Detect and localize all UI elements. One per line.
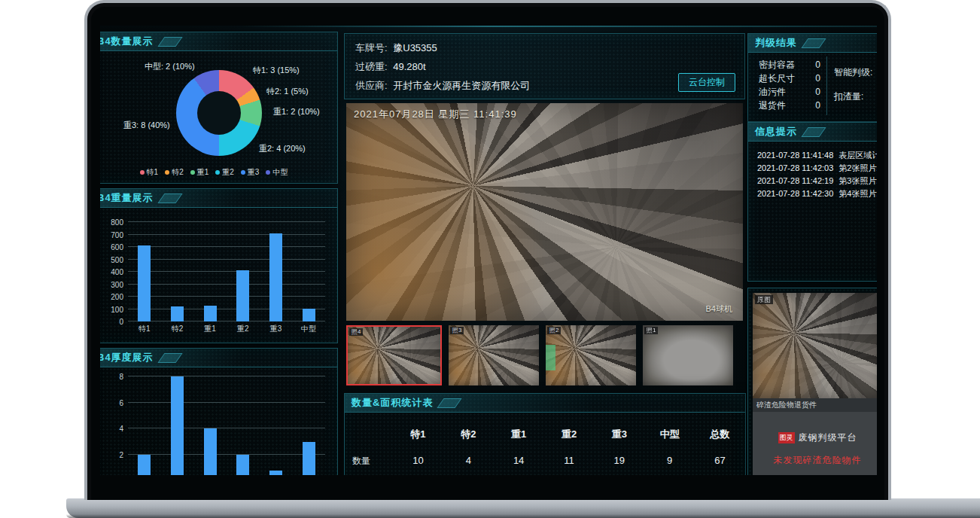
brand-row: 图灵 废钢判级平台 — [778, 431, 857, 444]
table-cell — [644, 474, 695, 475]
y-axis-tick-label: 600 — [101, 243, 123, 251]
message-text: 第4张照片表层开始计算 — [838, 189, 877, 198]
stats-table-panel: 数量&面积统计表 特1特2重1重2重3中型总数数量104141119967面积 — [344, 393, 746, 475]
thickness-panel: B4厚度展示 2468 — [100, 348, 338, 475]
legend-item[interactable]: 重2 — [215, 167, 234, 178]
detection-caption: 碎渣危险物退货件 — [753, 398, 877, 412]
donut-callout: 重2: 4 (20%) — [259, 143, 306, 154]
stats-table-title: 数量&面积统计表 — [345, 394, 745, 413]
laptop-screen: B4数量展示 特1: 3 (15%)特2: 1 (5%)重1: 2 (10%)重… — [91, 7, 884, 500]
grade-row: 油污件0 — [759, 85, 820, 99]
y-axis-tick-label: 700 — [101, 231, 123, 239]
legend-label: 重3 — [248, 167, 260, 178]
x-axis-label: 中型 — [301, 324, 316, 334]
legend-item[interactable]: 特1 — [140, 167, 159, 178]
grade-row: 密封容器0 — [759, 58, 820, 72]
grade-label: 油污件 — [759, 85, 786, 99]
ptz-control-button[interactable]: 云台控制 — [678, 73, 735, 92]
y-axis-tick-label: 8 — [101, 373, 123, 381]
camera-name-overlay: B4球机 — [706, 303, 732, 315]
bar-slot: 特2 — [171, 222, 184, 321]
table-cell: 4 — [443, 449, 494, 474]
thumbnail-photo[interactable]: 照4 — [346, 325, 442, 385]
table-header-cell: 重3 — [594, 422, 644, 449]
table-header-cell: 重1 — [494, 422, 544, 449]
grade-extra-label: 智能判级: — [834, 64, 872, 81]
dashboard: B4数量展示 特1: 3 (15%)特2: 1 (5%)重1: 2 (10%)重… — [100, 26, 877, 475]
x-axis-label: 重3 — [270, 324, 282, 334]
y-axis-tick-label: 400 — [101, 268, 123, 276]
title-decoration — [157, 37, 182, 47]
legend-item[interactable]: 特2 — [165, 167, 184, 178]
y-axis-tick-label: 4 — [101, 425, 123, 433]
grade-label: 超长尺寸 — [759, 72, 795, 85]
info-message-title-text: 信息提示 — [755, 125, 797, 139]
legend-dot — [215, 170, 220, 175]
grade-extra: 智能判级:扣渣量: — [834, 64, 872, 105]
supplier-label: 供应商: — [355, 80, 388, 91]
photo-timestamp-overlay: 2021年07月28日 星期三 11:41:39 — [354, 108, 517, 121]
table-cell: 19 — [594, 449, 644, 474]
bar-area — [128, 371, 325, 475]
grade-row: 退货件0 — [759, 99, 820, 112]
x-axis-label: 重2 — [237, 324, 249, 334]
legend-item[interactable]: 重3 — [241, 167, 260, 178]
legend-dot — [165, 170, 169, 175]
source-image-tag: 原图 — [755, 295, 773, 304]
bar-slot: 重2 — [236, 222, 249, 321]
bar — [303, 309, 315, 321]
x-axis-label: 重1 — [204, 324, 216, 334]
legend-item[interactable]: 中型 — [266, 167, 288, 178]
bar — [303, 442, 315, 475]
grade-value: 0 — [815, 72, 820, 85]
table-header-cell: 重2 — [544, 422, 595, 449]
quantity-panel-title: B4数量展示 — [100, 32, 337, 51]
table-header-cell: 特1 — [393, 422, 443, 449]
info-message-title: 信息提示 — [748, 123, 877, 142]
detection-alert-text: 未发现碎渣危险物件 — [774, 454, 862, 467]
thickness-plot: 2468 — [101, 371, 331, 475]
grade-value: 0 — [815, 85, 820, 99]
bar-slot — [138, 371, 151, 475]
donut-callout: 重1: 2 (10%) — [273, 106, 320, 117]
laptop-lid: B4数量展示 特1: 3 (15%)特2: 1 (5%)重1: 2 (10%)重… — [84, 0, 891, 500]
message-list: 2021-07-28 11:41:48表层区域计算成功2021-07-28 11… — [748, 142, 877, 200]
bar — [138, 245, 151, 321]
weigh-label: 过磅重: — [355, 61, 388, 72]
message-text: 表层区域计算成功 — [838, 151, 877, 160]
table-cell — [443, 474, 494, 475]
thumbnail-tag: 照1 — [644, 327, 658, 334]
thumbnail-photo[interactable]: 照3 — [449, 325, 539, 385]
bar-area: 特1特2重1重2重3中型 — [128, 222, 325, 321]
message-time: 2021-07-28 11:42:03 — [757, 163, 833, 172]
quantity-panel-title-text: B4数量展示 — [100, 35, 154, 48]
quantity-legend: 特1特2重1重2重3中型 — [100, 167, 337, 178]
legend-dot — [241, 170, 245, 175]
bar-slot — [171, 371, 184, 475]
supplier-value: 开封市金火源再生资源有限公司 — [393, 80, 530, 91]
donut-callout: 特2: 1 (5%) — [266, 86, 309, 97]
thumbnail-photo[interactable]: 照1 — [643, 325, 733, 385]
table-header-cell: 特2 — [443, 422, 494, 449]
bar-slot — [269, 371, 282, 475]
legend-label: 特1 — [147, 167, 159, 178]
thumbnail-tag: 照3 — [450, 327, 464, 334]
y-axis-tick-label: 300 — [101, 281, 123, 289]
thumbnail-photo[interactable]: 照2 — [546, 325, 636, 385]
main-camera-photo[interactable]: 2021年07月28日 星期三 11:41:39 B4球机 — [346, 103, 743, 321]
legend-dot — [140, 170, 145, 175]
legend-item[interactable]: 重1 — [190, 167, 209, 178]
detection-panel: 原图 碎渣危险物退货件 图灵 废钢判级平台 未发现碎渣危险物件 — [747, 288, 877, 475]
message-time: 2021-07-28 11:41:48 — [757, 151, 833, 160]
bar — [138, 455, 151, 475]
quantity-donut — [176, 70, 262, 156]
donut-callout: 中型: 2 (10%) — [145, 61, 195, 72]
y-axis-tick-label: 800 — [101, 218, 123, 227]
table-header-cell — [345, 422, 393, 449]
bar-slot: 重3 — [269, 222, 282, 321]
detection-source-image[interactable]: 原图 — [753, 293, 877, 398]
bar-slot — [204, 371, 217, 475]
grade-label: 退货件 — [759, 99, 786, 112]
plate-row: 车牌号: 豫U35355 — [345, 34, 744, 57]
table-row-label: 数量 — [345, 449, 393, 474]
